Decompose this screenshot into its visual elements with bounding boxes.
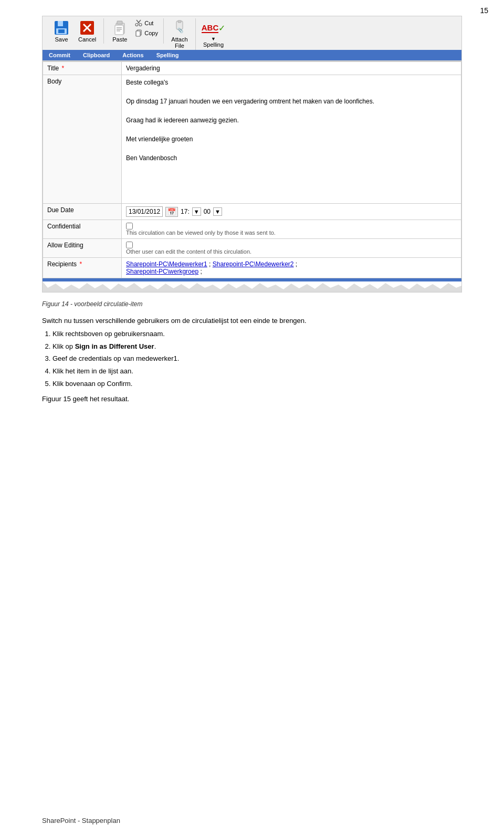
table-row-confidential: Confidential This circulation can be vie… [43,220,461,239]
allow-editing-checkbox[interactable] [126,242,133,248]
confidential-info: This circulation can be viewed only by t… [126,229,457,236]
copy-label: Copy [144,30,158,36]
title-value[interactable]: Vergadering [122,62,461,75]
title-input[interactable]: Vergadering [126,65,160,72]
confidential-checkbox-row [126,223,457,229]
screenshot-container: Save Cancel [42,16,462,293]
ribbon-label-commit[interactable]: Commit [43,51,77,59]
svg-rect-20 [178,20,181,23]
table-row-title: Title * Vergadering [43,62,461,75]
svg-rect-10 [117,27,122,28]
hour-display: 17: [181,208,190,215]
spelling-button[interactable]: ABC ✓ ▼ Spelling [200,18,227,49]
recipient-1[interactable]: Sharepoint-PC\Medewerker1 [126,260,207,268]
svg-point-15 [135,24,138,26]
table-row-recipients: Recipients * Sharepoint-PC\Medewerker1 ;… [43,258,461,278]
attach-icon: 📎 [171,19,188,36]
due-date-value: 13/01/2012 📅 17: ▼ 00 ▼ [122,204,461,220]
body-section: Switch nu tussen verschillende gebruiker… [42,316,462,405]
figure-ref: Figuur 15 geeft het resultaat. [42,394,462,405]
ribbon-label-clipboard[interactable]: Clipboard [77,51,116,59]
paste-button[interactable]: Paste [108,18,131,44]
allow-editing-value: Other user can edit the content of this … [122,239,461,258]
spelling-label: Spelling [203,41,224,48]
body-text-content: Beste collega's Op dinsdag 17 januari ho… [126,78,457,201]
svg-line-14 [138,20,141,23]
recipient-sep-1: ; [209,260,213,268]
ribbon-label-actions[interactable]: Actions [116,51,150,59]
svg-rect-8 [117,21,122,24]
due-date-label: Due Date [43,204,122,220]
cut-copy-group: Cut Copy [133,18,159,38]
step-4: Klik het item in de lijst aan. [52,366,462,377]
cut-label: Cut [144,20,153,26]
intro-text: Switch nu tussen verschillende gebruiker… [42,316,462,327]
cut-button[interactable]: Cut [133,18,159,28]
confidential-checkbox[interactable] [126,223,133,229]
recipients-value[interactable]: Sharepoint-PC\Medewerker1 ; Sharepoint-P… [122,258,461,278]
svg-rect-9 [115,25,123,35]
ribbon-buttons: Save Cancel [43,16,461,50]
ribbon-group-clipboard: Paste [104,18,164,44]
ribbon-group-actions: 📎 AttachFile [164,18,196,50]
cancel-button[interactable]: Cancel [75,18,99,44]
confidential-value: This circulation can be viewed only by t… [122,220,461,239]
commit-buttons-row: Save Cancel [50,18,99,44]
svg-rect-12 [117,30,120,32]
copy-icon [134,29,143,37]
steps-list: Klik rechtsboven op gebruikersnaam. Klik… [52,329,462,390]
form-table: Title * Vergadering Body Beste collega's… [43,61,461,278]
save-icon [53,19,70,36]
recipients-required: * [79,260,82,268]
page-number: 15 [480,6,488,15]
body-line-5: Ben Vandenbosch [126,153,457,163]
date-input[interactable]: 13/01/2012 [126,206,163,217]
body-value[interactable]: Beste collega's Op dinsdag 17 januari ho… [122,75,461,204]
minute-display: 00 [204,208,211,215]
title-required: * [62,65,65,72]
body-line-3: Graag had ik iedereen aanwezig gezien. [126,116,457,125]
copy-button[interactable]: Copy [133,28,159,38]
calendar-button[interactable]: 📅 [165,207,178,217]
minute-dropdown[interactable]: ▼ [213,207,222,216]
confidential-label: Confidential [43,220,122,239]
spelling-dropdown-arrow: ▼ [211,36,216,41]
cancel-icon [79,19,96,36]
recipients-label: Recipients * [43,258,122,278]
table-row-body: Body Beste collega's Op dinsdag 17 janua… [43,75,461,204]
body-line-1: Beste collega's [126,78,457,87]
title-label: Title * [43,62,122,75]
ribbon-label-spelling[interactable]: Spelling [150,51,185,59]
recipient-3[interactable]: Sharepoint-PC\werkgroep [126,268,198,275]
allow-editing-label: Allow Editing [43,239,122,258]
recipients-links: Sharepoint-PC\Medewerker1 ; Sharepoint-P… [126,260,457,275]
attach-label: AttachFile [171,36,187,49]
save-button[interactable]: Save [50,18,73,44]
torn-edge [43,281,461,292]
body-line-4: Met vriendelijke groeten [126,134,457,144]
cancel-label: Cancel [78,36,96,43]
save-label: Save [55,36,68,43]
step-1: Klik rechtsboven op gebruikersnaam. [52,329,462,340]
step-2: Klik op Sign in as Different User. [52,341,462,352]
paste-label: Paste [112,36,127,43]
svg-rect-18 [136,31,140,36]
recipient-2[interactable]: Sharepoint-PC\Medewerker2 [213,260,294,268]
body-line-2: Op dinsdag 17 januari houden we een verg… [126,97,457,106]
step-5: Klik bovenaan op Confirm. [52,379,462,390]
allow-editing-checkbox-row [126,242,457,248]
recipient-sep-2: ; [296,260,297,268]
hour-dropdown[interactable]: ▼ [192,207,201,216]
table-row-allow-editing: Allow Editing Other user can edit the co… [43,239,461,258]
svg-rect-11 [117,29,122,30]
cut-icon [134,19,143,27]
clipboard-buttons-row: Paste [108,18,159,44]
ribbon-group-commit: Save Cancel [46,18,104,44]
due-date-row: 13/01/2012 📅 17: ▼ 00 ▼ [126,206,457,217]
spelling-icon: ABC ✓ [205,19,222,36]
attach-button[interactable]: 📎 AttachFile [168,18,191,50]
figure-caption: Figuur 14 - voorbeeld circulatie-item [42,300,462,308]
svg-rect-1 [58,21,63,26]
footer: SharePoint - Stappenplan [42,817,120,824]
ribbon-group-spelling: ABC ✓ ▼ Spelling [196,18,231,49]
